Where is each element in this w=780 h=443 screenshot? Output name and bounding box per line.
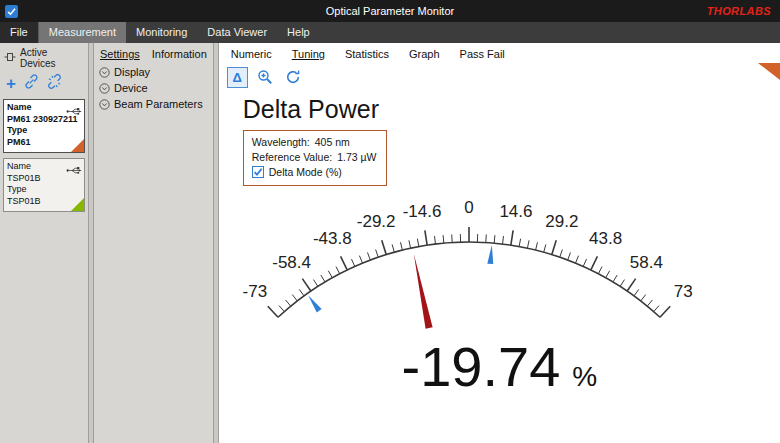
reading-value: -19.74: [402, 334, 561, 399]
menu-data-viewer[interactable]: Data Viewer: [197, 22, 277, 43]
zoom-button[interactable]: [255, 67, 276, 88]
device-type: PM61: [7, 137, 81, 149]
svg-text:14.6: 14.6: [499, 202, 532, 221]
svg-text:58.4: 58.4: [630, 253, 663, 272]
app-window: Optical Parameter Monitor THORLABS File …: [0, 0, 780, 443]
svg-text:-58.4: -58.4: [272, 253, 311, 272]
active-devices-title: Active Devices: [20, 47, 84, 69]
svg-text:73: 73: [673, 282, 692, 301]
gauge: -73-58.4-43.8-29.2-14.6014.629.243.858.4…: [219, 188, 719, 338]
tab-settings[interactable]: Settings: [100, 48, 140, 60]
menu-help[interactable]: Help: [277, 22, 320, 43]
reading-unit: %: [572, 361, 597, 393]
page-title: Delta Power: [219, 91, 780, 126]
svg-text:29.2: 29.2: [545, 212, 578, 231]
tab-statistics[interactable]: Statistics: [345, 48, 389, 60]
device-type: TSP01B: [7, 196, 81, 208]
connector-icon: [4, 52, 16, 64]
svg-text:-29.2: -29.2: [357, 212, 396, 231]
device-status-corner: [71, 139, 84, 152]
link-broken-icon: [47, 74, 62, 89]
menu-monitoring[interactable]: Monitoring: [126, 22, 197, 43]
svg-text:43.8: 43.8: [589, 229, 622, 248]
wavelength-label: Wavelength:: [252, 136, 310, 148]
delta-mode-checkbox[interactable]: [252, 166, 264, 178]
zoom-icon: [257, 69, 273, 85]
menubar: File Measurement Monitoring Data Viewer …: [0, 22, 780, 43]
link-icon: [24, 74, 39, 89]
device-toolbar: +: [0, 71, 88, 99]
settings-panel: Settings Information Display Device Beam…: [94, 43, 213, 443]
wavelength-value: 405 nm: [315, 136, 350, 148]
menu-measurement[interactable]: Measurement: [39, 22, 126, 43]
settings-item-display[interactable]: Display: [94, 64, 213, 80]
settings-item-device[interactable]: Device: [94, 80, 213, 96]
delta-mode-label: Delta Mode (%): [269, 166, 342, 178]
reading: -19.74 %: [219, 334, 780, 399]
settings-item-label: Display: [114, 65, 150, 79]
device-card-pm61[interactable]: Name PM61 230927211 Type PM61: [3, 99, 85, 153]
usb-icon: [66, 102, 82, 120]
reference-label: Reference Value:: [252, 151, 332, 163]
main-toolbar: Δ: [219, 63, 780, 91]
settings-item-label: Beam Parameters: [114, 97, 203, 111]
check-icon: [253, 167, 263, 177]
active-devices-panel: Active Devices + Name PM61 230927211 Typ…: [0, 43, 88, 443]
gauge-wrap: -73-58.4-43.8-29.2-14.6014.629.243.858.4…: [219, 188, 780, 338]
reference-value: 1.73 µW: [337, 151, 376, 163]
disconnect-device-button[interactable]: [47, 74, 62, 93]
tab-pass-fail[interactable]: Pass Fail: [460, 48, 505, 60]
measurement-info-box: Wavelength: 405 nm Reference Value: 1.73…: [243, 130, 388, 186]
active-devices-header: Active Devices: [0, 43, 88, 71]
delta-mode-button[interactable]: Δ: [227, 67, 248, 88]
svg-text:-43.8: -43.8: [313, 229, 352, 248]
chevron-down-circle-icon: [99, 99, 110, 110]
tab-numeric[interactable]: Numeric: [231, 48, 272, 60]
main-panel: Numeric Tuning Statistics Graph Pass Fai…: [219, 43, 780, 443]
connect-device-button[interactable]: [24, 74, 39, 93]
svg-text:0: 0: [464, 198, 473, 217]
settings-item-label: Device: [114, 81, 148, 95]
refresh-icon: [285, 69, 301, 85]
device-type-label: Type: [7, 184, 81, 196]
device-status-corner: [71, 198, 84, 211]
device-type-label: Type: [7, 125, 81, 137]
usb-icon: [66, 161, 82, 179]
thorlabs-logo: THORLABS: [707, 5, 771, 17]
tab-graph[interactable]: Graph: [409, 48, 440, 60]
refresh-button[interactable]: [283, 67, 304, 88]
content-area: Active Devices + Name PM61 230927211 Typ…: [0, 43, 780, 443]
device-card-tsp01b[interactable]: Name TSP01B Type TSP01B: [3, 158, 85, 212]
svg-text:-73: -73: [242, 282, 267, 301]
menu-file[interactable]: File: [0, 22, 39, 43]
add-device-button[interactable]: +: [6, 77, 16, 91]
chevron-down-circle-icon: [99, 67, 110, 78]
titlebar: Optical Parameter Monitor THORLABS: [0, 0, 780, 22]
tab-tuning[interactable]: Tuning: [292, 48, 325, 60]
selected-device-corner: [758, 63, 780, 80]
window-title: Optical Parameter Monitor: [0, 5, 780, 17]
chevron-down-circle-icon: [99, 83, 110, 94]
settings-item-beam-parameters[interactable]: Beam Parameters: [94, 96, 213, 112]
svg-text:-14.6: -14.6: [402, 202, 441, 221]
tab-information[interactable]: Information: [152, 48, 207, 60]
settings-tabs: Settings Information: [94, 43, 213, 64]
measurement-tabs: Numeric Tuning Statistics Graph Pass Fai…: [219, 43, 780, 63]
